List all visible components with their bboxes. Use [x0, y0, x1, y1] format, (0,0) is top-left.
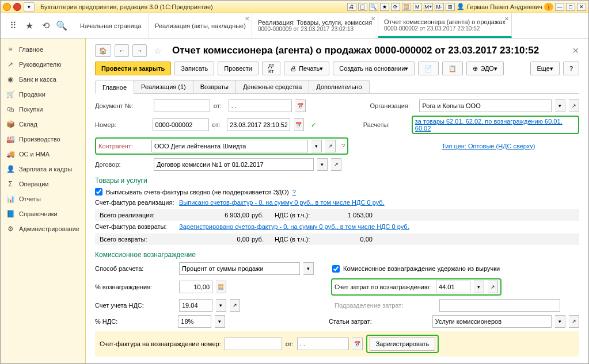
- cost-item-input[interactable]: [432, 315, 552, 328]
- open-icon[interactable]: ↗: [325, 140, 336, 152]
- subtab-main[interactable]: Главное: [95, 81, 134, 94]
- m-minus-button[interactable]: M-: [435, 3, 444, 11]
- tab-realization-goods[interactable]: Реализация: Товары, услуги, комиссия 000…: [252, 13, 378, 38]
- close-icon[interactable]: ✕: [245, 16, 249, 22]
- held-checkbox[interactable]: [332, 265, 340, 273]
- tb-icon-1[interactable]: 🖨: [347, 3, 356, 11]
- close-page-button[interactable]: ✕: [572, 46, 579, 55]
- dt-kt-button[interactable]: ДтКт: [262, 62, 280, 75]
- number-input[interactable]: [153, 118, 209, 131]
- maximize-button[interactable]: □: [566, 3, 575, 11]
- open-icon[interactable]: ↗: [230, 299, 240, 312]
- contract-input[interactable]: [154, 158, 314, 171]
- forward-button[interactable]: →: [132, 44, 147, 57]
- dropdown-icon[interactable]: ▾: [555, 99, 565, 112]
- post-close-button[interactable]: Провести и закрыть: [95, 62, 171, 75]
- write-button[interactable]: Записать: [174, 62, 214, 75]
- sidebar-item-reports[interactable]: 📊Отчеты: [1, 191, 85, 206]
- nds-account-input[interactable]: [179, 299, 212, 312]
- sidebar-item-sales[interactable]: 🛒Продажи: [1, 87, 85, 102]
- dropdown-icon[interactable]: ▾: [24, 2, 35, 12]
- m-plus-button[interactable]: M+: [424, 3, 433, 11]
- favorite-star-icon[interactable]: ☆: [150, 44, 165, 57]
- sidebar-item-manager[interactable]: ↗Руководителю: [1, 57, 85, 72]
- home-button[interactable]: 🏠: [95, 44, 111, 57]
- dropdown-icon[interactable]: ▾: [317, 158, 328, 171]
- open-icon[interactable]: ↗: [331, 158, 341, 171]
- print-button[interactable]: 🖨 Печать ▾: [284, 62, 329, 75]
- edo-button[interactable]: ⊕ ЭДО ▾: [466, 62, 504, 75]
- search-icon[interactable]: 🔍: [56, 20, 67, 32]
- from-date-1-input[interactable]: [229, 99, 292, 112]
- tb-icon-3[interactable]: 🔍: [369, 3, 378, 11]
- star-icon[interactable]: ★: [24, 20, 35, 32]
- dropdown-icon[interactable]: ▾: [474, 281, 484, 293]
- subtab-cash[interactable]: Денежные средства: [235, 80, 309, 93]
- sidebar-item-production[interactable]: 🏭Производство: [1, 132, 85, 147]
- more-button[interactable]: Еще ▾: [530, 62, 559, 75]
- help-link[interactable]: ?: [292, 189, 296, 196]
- m-button[interactable]: M: [413, 3, 422, 11]
- open-icon[interactable]: ↗: [569, 99, 579, 112]
- close-window-button[interactable]: ✕: [577, 3, 586, 11]
- dropdown-icon[interactable]: ▾: [555, 315, 565, 328]
- dropdown-icon[interactable]: ▾: [216, 299, 226, 312]
- dropdown-icon[interactable]: ▾: [215, 315, 225, 328]
- open-icon[interactable]: ↗: [488, 281, 498, 293]
- post-button[interactable]: Провести: [218, 62, 259, 75]
- close-icon[interactable]: ✕: [371, 16, 375, 22]
- tb-icon-2[interactable]: 📋: [358, 3, 367, 11]
- user-badge[interactable]: 👤 Герман Павел Андреевич: [457, 3, 542, 10]
- sidebar-item-warehouse[interactable]: 📦Склад: [1, 117, 85, 132]
- percent-input[interactable]: [179, 281, 212, 293]
- sf-number-input[interactable]: [225, 338, 282, 350]
- contragent-input[interactable]: [151, 140, 308, 152]
- calendar-icon[interactable]: 📅: [295, 99, 306, 112]
- tab-realization[interactable]: Реализация (акты, накладные) ✕: [149, 13, 252, 38]
- sidebar-item-assets[interactable]: 🚚ОС и НМА: [1, 147, 85, 162]
- help-button[interactable]: ?: [563, 62, 579, 75]
- back-button[interactable]: ←: [115, 44, 129, 57]
- org-input[interactable]: [419, 99, 552, 112]
- minimize-button[interactable]: —: [555, 3, 564, 11]
- history-icon[interactable]: ⟲: [40, 20, 51, 32]
- sidebar-item-salary[interactable]: 👤Зарплата и кадры: [1, 162, 85, 177]
- sidebar-item-operations[interactable]: ΣОперации: [1, 177, 85, 191]
- sf-real-link[interactable]: Выписано счетов-фактур - 0, на сумму 0 р…: [179, 199, 385, 206]
- summary-invoice-checkbox[interactable]: [95, 188, 102, 196]
- tb-icon-4[interactable]: ★: [380, 3, 389, 11]
- doc-num-input[interactable]: [154, 99, 210, 112]
- tab-commissioner-report[interactable]: Отчет комиссионера (агента) о продажах 0…: [378, 13, 512, 38]
- calc-icon[interactable]: 🧮: [216, 281, 226, 293]
- sidebar-item-references[interactable]: 📘Справочники: [1, 206, 85, 221]
- doc-icon-1[interactable]: 📄: [418, 62, 439, 75]
- nds-pct-input[interactable]: [178, 315, 211, 328]
- dropdown-icon[interactable]: ▾: [303, 262, 314, 275]
- subtab-returns[interactable]: Возвраты: [193, 80, 236, 93]
- info-icon[interactable]: i: [544, 3, 553, 11]
- subtab-realization[interactable]: Реализация (1): [134, 80, 193, 93]
- sf-date-input[interactable]: [297, 338, 349, 350]
- cost-account-input[interactable]: [436, 281, 470, 293]
- doc-icon-2[interactable]: 📋: [442, 62, 463, 75]
- sidebar-item-bank[interactable]: ◉Банк и касса: [1, 72, 85, 87]
- calendar-icon[interactable]: 📅: [352, 338, 363, 350]
- tb-icon-5[interactable]: ⟳: [391, 3, 400, 11]
- from-date-2-input[interactable]: [227, 118, 290, 131]
- register-button[interactable]: Зарегистрировать: [370, 337, 436, 351]
- close-icon[interactable]: ✕: [504, 16, 509, 22]
- tab-start-page[interactable]: Начальная страница: [74, 13, 149, 38]
- calc-link[interactable]: за товары 62.01, 62.02, по вознаграждени…: [415, 118, 563, 132]
- warning-icon[interactable]: ?: [341, 143, 345, 150]
- sf-ret-link[interactable]: Зарегистрировано счетов-фактур - 0, на с…: [179, 223, 409, 230]
- sidebar-item-main[interactable]: ≡Главное: [1, 42, 85, 57]
- subtab-additional[interactable]: Дополнительно: [309, 80, 369, 93]
- tb-icon-calc[interactable]: 🧮: [402, 3, 411, 11]
- sidebar-item-purchases[interactable]: 🛍Покупки: [1, 102, 85, 117]
- calendar-icon[interactable]: 📅: [294, 118, 304, 131]
- open-icon[interactable]: ↗: [569, 315, 579, 328]
- method-input[interactable]: [179, 262, 300, 275]
- tb-icon-grid[interactable]: ⊞: [446, 3, 455, 11]
- create-based-button[interactable]: Создать на основании ▾: [333, 62, 415, 75]
- apps-icon[interactable]: ⠿: [7, 20, 19, 32]
